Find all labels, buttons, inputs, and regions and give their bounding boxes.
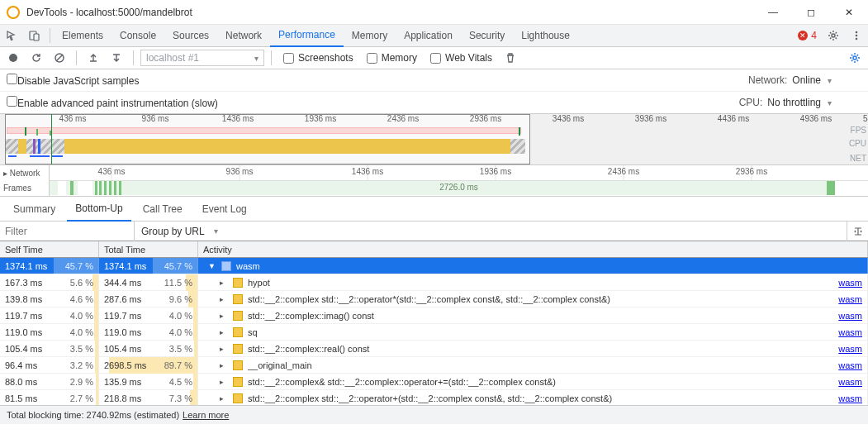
tab-lighthouse[interactable]: Lighthouse xyxy=(513,25,578,47)
activity-color-swatch xyxy=(233,294,243,304)
status-learn-more-link[interactable]: Learn more xyxy=(183,410,229,420)
expand-toggle-icon[interactable]: ▸ xyxy=(220,378,228,386)
disable-js-samples-checkbox[interactable]: Disable JavaScript samples xyxy=(7,74,139,87)
subtab-call-tree[interactable]: Call Tree xyxy=(135,197,191,222)
svg-rect-1 xyxy=(34,34,39,41)
source-link[interactable]: wasm xyxy=(838,393,862,403)
tab-sources[interactable]: Sources xyxy=(164,25,217,47)
subtab-event-log[interactable]: Event Log xyxy=(194,197,255,222)
expand-toggle-icon[interactable]: ▸ xyxy=(220,312,228,320)
cpu-selector[interactable]: No throttling▾ xyxy=(767,97,832,108)
table-row[interactable]: 81.5 ms2.7 % 218.8 ms7.3 % ▸ std::__2::c… xyxy=(0,390,868,405)
expand-toggle-icon[interactable]: ▸ xyxy=(220,345,228,353)
device-toggle-icon[interactable] xyxy=(23,25,46,47)
cpu-label: CPU: xyxy=(739,97,763,108)
window-titlebar: DevTools - localhost:5000/mandelbrot — ◻… xyxy=(0,0,868,25)
cell-total-time: 2698.5 ms89.7 % xyxy=(99,357,198,374)
subtab-summary[interactable]: Summary xyxy=(5,197,64,222)
minimap-viewport[interactable] xyxy=(5,114,530,164)
source-link[interactable]: wasm xyxy=(838,377,862,387)
error-count-badge[interactable]: ✕ 4 xyxy=(793,30,822,41)
col-total-time[interactable]: Total Time xyxy=(99,241,198,257)
selection-duration: 2726.0 ms xyxy=(50,183,868,192)
tab-memory[interactable]: Memory xyxy=(344,25,396,47)
cell-activity: ▸ std::__2::complex std::__2::operator+(… xyxy=(198,390,868,406)
source-link[interactable]: wasm xyxy=(838,360,862,370)
table-row[interactable]: 119.7 ms4.0 % 119.7 ms4.0 % ▸ std::__2::… xyxy=(0,307,868,324)
tab-security[interactable]: Security xyxy=(461,25,513,47)
activity-name: __original_main xyxy=(248,360,833,370)
activity-color-swatch xyxy=(233,344,243,354)
screenshots-checkbox[interactable]: Screenshots xyxy=(283,52,353,64)
tab-application[interactable]: Application xyxy=(396,25,461,47)
activity-name: sq xyxy=(248,327,833,337)
window-close-button[interactable]: ✕ xyxy=(830,0,868,25)
table-row[interactable]: 1374.1 ms45.7 % 1374.1 ms45.7 % ▼ wasm xyxy=(0,258,868,274)
expand-toggle-icon[interactable]: ▸ xyxy=(220,361,228,369)
save-profile-button[interactable] xyxy=(107,48,126,68)
network-selector[interactable]: Online▾ xyxy=(792,74,832,86)
source-link[interactable]: wasm xyxy=(838,344,862,354)
collector-settings-gear-icon[interactable] xyxy=(845,48,865,68)
group-by-selector[interactable]: Group by URL xyxy=(134,222,225,241)
options-row-2: Enable advanced paint instrumentation (s… xyxy=(0,92,868,114)
minimize-icon: — xyxy=(768,7,778,18)
more-menu-icon[interactable] xyxy=(845,25,868,47)
source-link[interactable]: wasm xyxy=(838,311,862,321)
expand-toggle-icon[interactable]: ▼ xyxy=(208,262,216,270)
col-activity[interactable]: Activity xyxy=(198,241,868,257)
inspect-icon[interactable] xyxy=(0,25,23,47)
heaviest-stack-toggle[interactable] xyxy=(847,222,868,241)
settings-gear-icon[interactable] xyxy=(822,25,845,47)
expand-toggle-icon[interactable]: ▸ xyxy=(220,394,228,403)
expand-toggle-icon[interactable]: ▸ xyxy=(220,295,228,303)
window-minimize-button[interactable]: — xyxy=(754,0,792,25)
col-self-time[interactable]: Self Time xyxy=(0,241,99,257)
delete-profile-button[interactable] xyxy=(500,48,520,68)
status-text: Total blocking time: 2740.92ms (estimate… xyxy=(7,410,179,420)
expand-toggle-icon[interactable]: ▸ xyxy=(220,279,228,287)
web-vitals-checkbox[interactable]: Web Vitals xyxy=(430,52,492,64)
svg-point-3 xyxy=(856,31,858,34)
tab-network[interactable]: Network xyxy=(217,25,270,47)
cell-self-time: 96.4 ms3.2 % xyxy=(0,357,99,374)
profile-selector[interactable]: localhost #1 xyxy=(140,50,264,66)
table-row[interactable]: 167.3 ms5.6 % 344.4 ms11.5 % ▸ hypot was… xyxy=(0,274,868,291)
bottom-up-table-body[interactable]: 1374.1 ms45.7 % 1374.1 ms45.7 % ▼ wasm 1… xyxy=(0,258,868,405)
reload-record-button[interactable] xyxy=(26,48,46,68)
main-timeline[interactable]: ▸ Network Frames 436 ms 936 ms 1436 ms 1… xyxy=(0,165,868,197)
chevron-down-icon: ▾ xyxy=(828,98,832,107)
load-profile-button[interactable] xyxy=(83,48,103,68)
track-network-label[interactable]: ▸ Network xyxy=(0,165,49,181)
activity-color-swatch xyxy=(233,278,243,288)
source-link[interactable]: wasm xyxy=(838,294,862,304)
source-link[interactable]: wasm xyxy=(838,278,862,288)
activity-name: std::__2::complex& std::__2::complex::op… xyxy=(248,377,833,387)
activity-name: wasm xyxy=(236,261,862,271)
status-bar: Total blocking time: 2740.92ms (estimate… xyxy=(0,405,868,424)
filter-input[interactable] xyxy=(0,222,134,241)
table-row[interactable]: 96.4 ms3.2 % 2698.5 ms89.7 % ▸ __origina… xyxy=(0,357,868,374)
tab-elements[interactable]: Elements xyxy=(54,25,111,47)
devtools-tab-strip: Elements Console Sources Network Perform… xyxy=(0,25,868,47)
cell-activity: ▸ hypot wasm xyxy=(198,274,868,291)
table-row[interactable]: 88.0 ms2.9 % 135.9 ms4.5 % ▸ std::__2::c… xyxy=(0,374,868,390)
clear-button[interactable] xyxy=(50,48,69,68)
tab-performance[interactable]: Performance xyxy=(270,25,344,47)
window-maximize-button[interactable]: ◻ xyxy=(792,0,830,25)
source-link[interactable]: wasm xyxy=(838,327,862,337)
expand-toggle-icon[interactable]: ▸ xyxy=(220,328,228,336)
table-row[interactable]: 139.8 ms4.6 % 287.6 ms9.6 % ▸ std::__2::… xyxy=(0,291,868,307)
cell-self-time: 88.0 ms2.9 % xyxy=(0,374,99,390)
enable-paint-checkbox[interactable]: Enable advanced paint instrumentation (s… xyxy=(7,96,218,109)
memory-checkbox[interactable]: Memory xyxy=(367,52,417,64)
overview-minimap[interactable]: 436 ms 936 ms 1436 ms 1936 ms 2436 ms 29… xyxy=(0,114,868,165)
table-row[interactable]: 105.4 ms3.5 % 105.4 ms3.5 % ▸ std::__2::… xyxy=(0,341,868,357)
record-button[interactable] xyxy=(3,48,23,68)
perf-sub-tabs: Summary Bottom-Up Call Tree Event Log xyxy=(0,197,868,222)
table-row[interactable]: 119.0 ms4.0 % 119.0 ms4.0 % ▸ sq wasm xyxy=(0,324,868,341)
cell-self-time: 1374.1 ms45.7 % xyxy=(0,258,99,274)
tab-console[interactable]: Console xyxy=(111,25,164,47)
separator xyxy=(271,50,272,65)
subtab-bottom-up[interactable]: Bottom-Up xyxy=(67,197,130,222)
